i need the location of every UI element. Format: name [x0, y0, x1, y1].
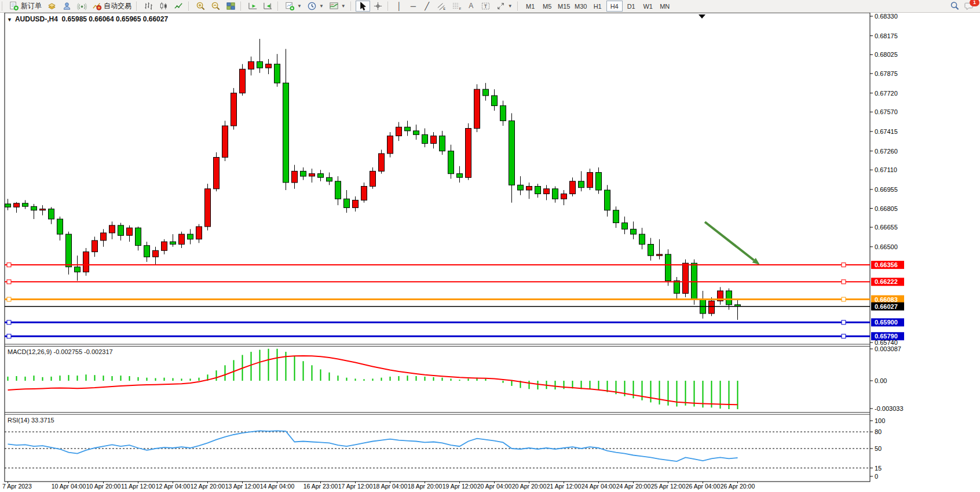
price-axis-tick: 0.68175 [875, 32, 898, 39]
candle-body [240, 69, 246, 93]
candle-body [335, 181, 341, 199]
search-button[interactable] [948, 1, 962, 12]
fibonacci-button[interactable]: F [449, 1, 464, 12]
candle-body [457, 174, 463, 178]
timeframe-d1[interactable]: D1 [623, 1, 639, 12]
toolbar-grip[interactable] [240, 2, 243, 10]
toolbar-grip[interactable] [188, 2, 191, 10]
trendline-button[interactable]: ╱ [420, 1, 434, 12]
candle-body [318, 174, 324, 178]
toolbar-grip[interactable] [350, 2, 353, 10]
svg-text:0.66222: 0.66222 [875, 278, 898, 285]
candle-body [422, 134, 428, 143]
notification-badge: 1 [970, 0, 979, 6]
auto-trading-button[interactable]: 自动交易 [90, 1, 134, 12]
zoom-in-button[interactable] [193, 1, 208, 12]
vertical-line-button[interactable]: │ [393, 1, 406, 12]
price-chart[interactable]: 0.663560.662220.660830.659000.657900.660… [0, 0, 980, 492]
zoom-out-button[interactable] [209, 1, 223, 12]
rsi-axis-tick: 100 [875, 417, 885, 424]
plot-area[interactable] [5, 13, 870, 482]
timeframe-m15[interactable]: M15 [556, 1, 572, 12]
symbol-dropdown-icon[interactable]: ▼ [7, 17, 12, 23]
clock-icon [307, 1, 317, 11]
chart-title: ▼AUDUSD-,H4 0.65985 0.66064 0.65965 0.66… [7, 15, 168, 23]
toolbar-grip[interactable] [2, 2, 5, 10]
line-handle[interactable] [842, 320, 846, 325]
toolbar: 新订单 自动交易 [0, 0, 980, 13]
timeframe-w1[interactable]: W1 [640, 1, 656, 12]
price-axis-tick: 0.66805 [875, 205, 898, 212]
template-icon [329, 1, 339, 11]
arrows-icon [496, 1, 506, 11]
candle-body [162, 242, 167, 250]
metaeditor-button[interactable] [45, 1, 59, 12]
timeframe-h1[interactable]: H1 [590, 1, 606, 12]
auto-scroll-button[interactable] [246, 1, 260, 12]
toolbar-grip[interactable] [387, 2, 390, 10]
toolbar-grip[interactable] [136, 2, 139, 10]
template-button[interactable]: ▼ [327, 1, 348, 12]
timeframe-mn[interactable]: MN [657, 1, 673, 12]
horizontal-line-button[interactable]: ─ [407, 1, 420, 12]
new-order-button[interactable]: 新订单 [7, 1, 44, 12]
time-axis-label: 10 Apr 04:00 [52, 483, 86, 490]
line-handle[interactable] [842, 334, 846, 338]
timeframe-m30[interactable]: M30 [573, 1, 589, 12]
toolbar-grip[interactable] [517, 2, 520, 10]
channel-icon: E [437, 1, 447, 11]
notifications-button[interactable]: 1 [962, 1, 977, 12]
line-handle[interactable] [842, 263, 846, 267]
candle-body [301, 171, 306, 176]
line-handle[interactable] [7, 263, 11, 267]
signals-button[interactable] [75, 1, 89, 12]
candle-body [379, 154, 385, 171]
candle-body [170, 242, 176, 244]
candle-body [222, 126, 228, 157]
new-chart-icon [285, 1, 295, 11]
candle-body [657, 254, 663, 256]
candlestick-chart-button[interactable] [156, 1, 171, 12]
zoom-in-icon [196, 1, 206, 11]
price-axis-tick: 0.67110 [875, 166, 897, 173]
chart-shift-button[interactable] [261, 1, 275, 12]
new-chart-button[interactable]: ▼ [283, 1, 304, 12]
line-handle[interactable] [7, 320, 11, 325]
time-axis-label: 19 Apr 12:00 [443, 483, 477, 490]
candle-body [57, 219, 63, 234]
toolbar-grip[interactable] [277, 2, 280, 10]
candle-body [518, 185, 524, 190]
line-handle[interactable] [842, 297, 846, 301]
line-handle[interactable] [842, 280, 846, 284]
bar-chart-button[interactable] [141, 1, 156, 12]
zoom-out-icon [211, 1, 221, 11]
arrows-button[interactable]: ▼ [493, 1, 515, 12]
line-chart-button[interactable] [171, 1, 186, 12]
crosshair-button[interactable] [371, 1, 385, 12]
line-handle[interactable] [7, 280, 11, 284]
cursor-button[interactable] [356, 1, 370, 12]
price-axis-tick: 0.67570 [875, 108, 898, 115]
timeframe-m5[interactable]: M5 [539, 1, 555, 12]
line-handle[interactable] [7, 297, 11, 301]
auto-trading-icon [92, 1, 102, 11]
macd-axis-tick: 0.003087 [875, 345, 901, 352]
text-label-button[interactable]: T [478, 1, 493, 12]
line-handle[interactable] [7, 334, 11, 338]
timeframe-m1[interactable]: M1 [522, 1, 539, 12]
candle-body [570, 181, 576, 194]
time-axis-label: 18 Apr 04:00 [373, 483, 408, 490]
candle-body [474, 89, 480, 128]
price-axis-tick: 0.67875 [875, 70, 898, 77]
community-button[interactable] [60, 1, 74, 12]
chart-shift-icon [263, 1, 273, 11]
candle-body [153, 250, 159, 257]
candle-body [118, 225, 124, 235]
candle-body [344, 199, 350, 207]
tile-windows-icon [226, 1, 236, 11]
equidistant-channel-button[interactable]: E [434, 1, 449, 12]
period-button[interactable]: ▼ [305, 1, 326, 12]
timeframe-h4[interactable]: H4 [606, 1, 623, 12]
tile-windows-button[interactable] [224, 1, 238, 12]
text-button[interactable]: A [465, 1, 478, 12]
